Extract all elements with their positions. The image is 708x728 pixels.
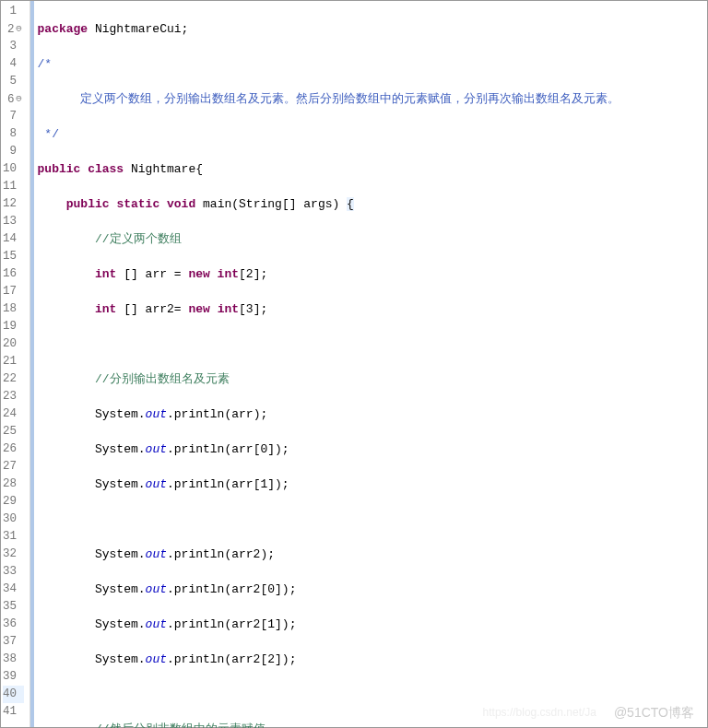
fold-icon[interactable] bbox=[15, 90, 24, 109]
line-number[interactable]: 22 bbox=[3, 370, 24, 388]
code-line[interactable]: public class Nightmare{ bbox=[38, 160, 707, 178]
code-line[interactable]: System.out.println(arr2[2]); bbox=[38, 651, 707, 668]
line-number-gutter[interactable]: 1 2 3 4 5 6 7 8 9 10 11 12 13 14 15 16 1… bbox=[1, 1, 30, 727]
code-area[interactable]: package NightmareCui; /* 定义两个数组，分别输出数组名及… bbox=[34, 1, 707, 727]
line-number[interactable]: 11 bbox=[3, 178, 24, 195]
line-number[interactable]: 2 bbox=[3, 20, 24, 38]
line-number[interactable]: 7 bbox=[3, 108, 24, 125]
line-number[interactable]: 39 bbox=[3, 668, 24, 686]
line-number[interactable]: 17 bbox=[3, 283, 24, 300]
fold-icon[interactable] bbox=[15, 20, 24, 39]
line-number[interactable]: 16 bbox=[3, 265, 24, 283]
line-number[interactable]: 40 bbox=[3, 686, 24, 703]
code-line[interactable]: */ bbox=[38, 125, 707, 143]
line-number[interactable]: 18 bbox=[3, 300, 24, 318]
code-line[interactable]: System.out.println(arr); bbox=[38, 405, 707, 423]
line-number[interactable]: 32 bbox=[3, 546, 24, 563]
code-line[interactable]: //分别输出数组名及元素 bbox=[38, 370, 707, 388]
code-line[interactable]: 定义两个数组，分别输出数组名及元素。然后分别给数组中的元素赋值，分别再次输出数组… bbox=[38, 90, 707, 108]
line-number[interactable]: 1 bbox=[3, 3, 24, 20]
code-line[interactable]: int [] arr2= new int[3]; bbox=[38, 300, 707, 318]
line-number[interactable]: 20 bbox=[3, 335, 24, 353]
line-number[interactable]: 10 bbox=[3, 160, 24, 178]
line-number[interactable]: 38 bbox=[3, 651, 24, 668]
watermark-text: https://blog.csdn.net/Ja bbox=[483, 704, 596, 722]
code-line[interactable] bbox=[38, 335, 707, 353]
code-line[interactable]: /* bbox=[38, 55, 707, 73]
line-number[interactable]: 28 bbox=[3, 476, 24, 493]
code-line[interactable]: public static void main(String[] args) { bbox=[38, 195, 707, 213]
line-number[interactable]: 35 bbox=[3, 598, 24, 616]
line-number[interactable]: 23 bbox=[3, 388, 24, 405]
code-line[interactable] bbox=[38, 511, 707, 528]
line-number[interactable]: 30 bbox=[3, 511, 24, 528]
line-number[interactable]: 34 bbox=[3, 581, 24, 598]
line-number[interactable]: 19 bbox=[3, 318, 24, 335]
line-number[interactable]: 25 bbox=[3, 423, 24, 440]
code-line[interactable]: //定义两个数组 bbox=[38, 230, 707, 248]
line-number[interactable]: 41 bbox=[3, 703, 24, 721]
line-number[interactable]: 3 bbox=[3, 38, 24, 55]
line-number[interactable]: 8 bbox=[3, 125, 24, 143]
line-number[interactable]: 15 bbox=[3, 248, 24, 265]
code-line[interactable]: //然后分别非数组中的元素赋值 bbox=[38, 721, 707, 728]
line-number[interactable]: 4 bbox=[3, 55, 24, 73]
line-number[interactable]: 14 bbox=[3, 230, 24, 248]
line-number[interactable]: 5 bbox=[3, 73, 24, 90]
code-line[interactable]: package NightmareCui; bbox=[38, 20, 707, 38]
line-number[interactable]: 37 bbox=[3, 633, 24, 651]
code-line[interactable]: System.out.println(arr2[1]); bbox=[38, 616, 707, 633]
line-number[interactable]: 6 bbox=[3, 90, 24, 108]
line-number[interactable]: 21 bbox=[3, 353, 24, 370]
code-line[interactable]: System.out.println(arr2[0]); bbox=[38, 581, 707, 598]
line-number[interactable]: 36 bbox=[3, 616, 24, 633]
line-number[interactable]: 31 bbox=[3, 528, 24, 546]
watermark-text: @51CTO博客 bbox=[614, 704, 694, 722]
line-number[interactable]: 13 bbox=[3, 213, 24, 230]
line-number[interactable]: 24 bbox=[3, 405, 24, 423]
code-line[interactable]: System.out.println(arr2); bbox=[38, 546, 707, 563]
line-number[interactable]: 26 bbox=[3, 440, 24, 458]
line-number[interactable]: 33 bbox=[3, 563, 24, 581]
code-line[interactable]: System.out.println(arr[1]); bbox=[38, 476, 707, 493]
line-number[interactable]: 27 bbox=[3, 458, 24, 476]
code-editor[interactable]: 1 2 3 4 5 6 7 8 9 10 11 12 13 14 15 16 1… bbox=[0, 0, 708, 728]
code-line[interactable] bbox=[38, 686, 707, 703]
line-number[interactable]: 29 bbox=[3, 493, 24, 511]
code-line[interactable]: System.out.println(arr[0]); bbox=[38, 440, 707, 458]
code-line[interactable]: int [] arr = new int[2]; bbox=[38, 265, 707, 283]
line-number[interactable]: 9 bbox=[3, 143, 24, 160]
line-number[interactable]: 12 bbox=[3, 195, 24, 213]
